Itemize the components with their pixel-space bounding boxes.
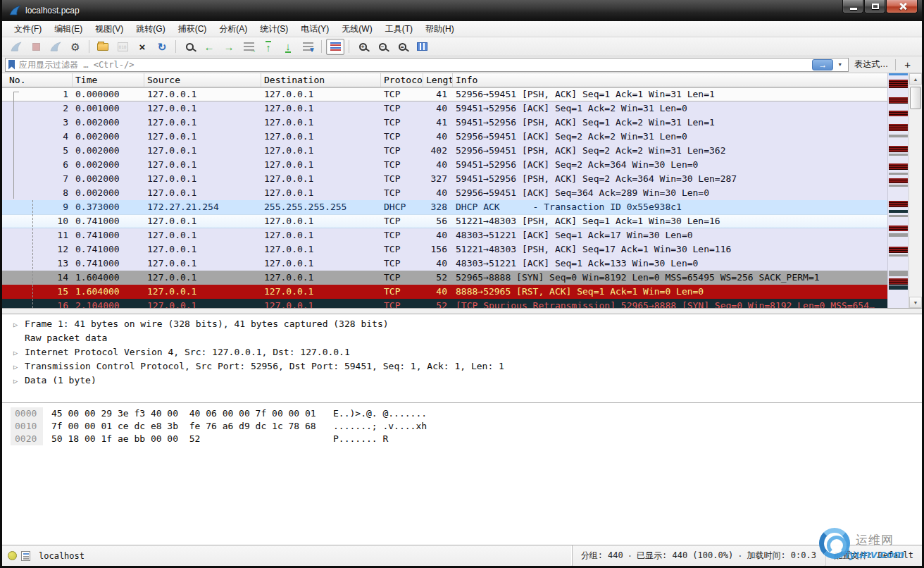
packet-row[interactable]: 120.741000127.0.0.1127.0.0.1TCP15651221→…: [2, 242, 922, 257]
expression-button[interactable]: 表达式…: [849, 58, 894, 70]
expander-icon[interactable]: ▷: [13, 346, 25, 360]
capture-comment-icon[interactable]: [21, 551, 30, 561]
stop-square-icon: [32, 43, 40, 51]
column-header-destination[interactable]: Destination: [261, 73, 381, 87]
auto-scroll-button[interactable]: ▼: [299, 39, 317, 55]
packet-row[interactable]: 60.002000127.0.0.1127.0.0.1TCP4059451→52…: [2, 158, 922, 172]
go-first-button[interactable]: ↑: [259, 39, 277, 55]
apply-filter-button[interactable]: →: [812, 59, 833, 70]
detail-line[interactable]: ▷Internet Protocol Version 4, Src: 127.0…: [2, 345, 922, 359]
column-header-source[interactable]: Source: [144, 73, 261, 87]
detail-line[interactable]: ▷Transmission Control Protocol, Src Port…: [2, 359, 922, 373]
minimap-stripe: [889, 135, 908, 137]
title-bar[interactable]: localhost.pcap: [2, 0, 922, 21]
menu-item-3[interactable]: 跳转(G): [130, 22, 171, 37]
packet-row[interactable]: 130.741000127.0.0.1127.0.0.1TCP4048303→5…: [2, 257, 922, 271]
packet-row[interactable]: 10.000000127.0.0.1127.0.0.1TCP4152956→59…: [2, 87, 922, 101]
display-filter-input[interactable]: [19, 60, 812, 70]
profile-label[interactable]: 配置文件: Default: [831, 550, 916, 562]
hex-bytes[interactable]: 45 00 00 29 3e f3 40 00 40 06 00 00 7f 0…: [51, 407, 333, 420]
packet-row[interactable]: 162.104000127.0.0.1127.0.0.1TCP52[TCP Sp…: [2, 299, 922, 308]
scroll-down-icon[interactable]: ▼: [909, 297, 922, 308]
go-forward-button[interactable]: →: [220, 39, 238, 55]
menu-item-1[interactable]: 编辑(E): [48, 22, 89, 37]
expert-info-icon[interactable]: [8, 551, 17, 560]
start-capture-button[interactable]: [7, 39, 25, 55]
column-header-protocol[interactable]: Protocol: [381, 73, 423, 87]
packet-row[interactable]: 70.002000127.0.0.1127.0.0.1TCP32759451→5…: [2, 172, 922, 186]
packet-row[interactable]: 40.002000127.0.0.1127.0.0.1TCP4052956→59…: [2, 130, 922, 144]
packet-row[interactable]: 141.604000127.0.0.1127.0.0.1TCP5252965→8…: [2, 271, 922, 285]
packet-list-header: No.TimeSourceDestinationProtocolLengthIn…: [2, 73, 922, 87]
go-back-button[interactable]: ←: [200, 39, 218, 55]
hex-bytes[interactable]: 50 18 00 1f ae bb 00 00 52: [51, 433, 333, 445]
find-packet-button[interactable]: [180, 39, 199, 55]
filter-bookmark-icon[interactable]: [8, 60, 15, 70]
detail-text: Raw packet data: [25, 333, 107, 343]
packet-row[interactable]: 90.373000172.27.21.254255.255.255.255DHC…: [2, 200, 922, 214]
close-file-button[interactable]: ×: [133, 39, 151, 55]
cell-proto: TCP: [381, 144, 423, 158]
capture-options-button[interactable]: ⚙: [66, 39, 85, 55]
menu-item-0[interactable]: 文件(F): [8, 22, 48, 37]
goto-arrow-icon: →: [249, 47, 256, 54]
hex-line[interactable]: 00107f 00 00 01 ce dc e8 3b fe 76 a6 d9 …: [2, 420, 922, 433]
menu-item-9[interactable]: 工具(T): [379, 22, 419, 37]
packet-row[interactable]: 80.002000127.0.0.1127.0.0.1TCP4052956→59…: [2, 186, 922, 200]
filter-dropdown-caret-icon[interactable]: ▼: [833, 62, 847, 67]
go-last-button[interactable]: ↓: [279, 39, 297, 55]
add-filter-button[interactable]: +: [897, 58, 918, 70]
colorize-button[interactable]: [326, 39, 344, 55]
packet-row[interactable]: 100.741000127.0.0.1127.0.0.1TCP5651221→4…: [2, 214, 922, 228]
column-header-info[interactable]: Info: [453, 73, 922, 87]
profile-section[interactable]: 配置文件: Default: [825, 545, 922, 566]
menu-item-10[interactable]: 帮助(H): [419, 22, 461, 37]
hex-line[interactable]: 002050 18 00 1f ae bb 00 00 52P....... R: [2, 433, 922, 445]
menu-item-6[interactable]: 统计(S): [254, 22, 294, 37]
zoom-in-button[interactable]: +: [354, 39, 372, 55]
close-button[interactable]: [886, 0, 918, 13]
zoom-reset-button[interactable]: =: [393, 39, 411, 55]
detail-line[interactable]: ▷Frame 1: 41 bytes on wire (328 bits), 4…: [2, 317, 922, 331]
column-header-no[interactable]: No.: [2, 73, 73, 87]
menu-item-5[interactable]: 分析(A): [213, 22, 254, 37]
menu-item-4[interactable]: 捕获(C): [172, 22, 213, 37]
scrollbar-thumb[interactable]: [910, 87, 921, 109]
packet-row[interactable]: 20.001000127.0.0.1127.0.0.1TCP4059451→52…: [2, 101, 922, 116]
expander-icon[interactable]: ▷: [13, 360, 25, 374]
packet-row[interactable]: 50.002000127.0.0.1127.0.0.1TCP40252956→5…: [2, 144, 922, 158]
hex-line[interactable]: 000045 00 00 29 3e f3 40 00 40 06 00 00 …: [2, 407, 922, 420]
hex-ascii[interactable]: .......; .v....xh: [333, 421, 427, 431]
packet-list-scrollbar[interactable]: ▲ ▼: [909, 73, 922, 308]
menu-item-2[interactable]: 视图(V): [89, 22, 130, 37]
packet-row[interactable]: 151.604000127.0.0.1127.0.0.1TCP408888→52…: [2, 285, 922, 299]
packet-row[interactable]: 30.002000127.0.0.1127.0.0.1TCP4159451→52…: [2, 116, 922, 130]
hex-bytes[interactable]: 7f 00 00 01 ce dc e8 3b fe 76 a6 d9 dc 1…: [51, 420, 333, 433]
hex-ascii[interactable]: P....... R: [333, 433, 388, 444]
zoom-out-button[interactable]: −: [373, 39, 392, 55]
reload-file-button[interactable]: ↻: [153, 39, 171, 55]
display-filter-box[interactable]: → ▼: [5, 58, 849, 72]
save-file-button[interactable]: 010: [113, 39, 132, 55]
column-header-time[interactable]: Time: [73, 73, 144, 87]
detail-line[interactable]: ▷Data (1 byte): [2, 373, 922, 388]
pane-splitter[interactable]: [2, 308, 922, 314]
expander-icon[interactable]: ▷: [13, 374, 25, 388]
scroll-up-icon[interactable]: ▲: [909, 73, 922, 85]
restart-capture-button[interactable]: [46, 39, 65, 55]
open-file-button[interactable]: [94, 39, 112, 55]
detail-line[interactable]: Raw packet data: [2, 331, 922, 345]
cell-src: 172.27.21.254: [144, 200, 261, 214]
packet-row[interactable]: 110.741000127.0.0.1127.0.0.1TCP4048303→5…: [2, 228, 922, 242]
minimize-button[interactable]: [842, 0, 863, 13]
menu-item-8[interactable]: 无线(W): [335, 22, 378, 37]
expander-icon[interactable]: ▷: [13, 318, 25, 332]
column-header-length[interactable]: Length: [423, 73, 453, 87]
stop-capture-button[interactable]: [27, 39, 45, 55]
intelligent-scrollbar-minimap[interactable]: [887, 73, 909, 308]
go-to-packet-button[interactable]: →: [239, 39, 258, 55]
resize-columns-button[interactable]: [413, 39, 431, 55]
menu-item-7[interactable]: 电话(Y): [294, 22, 335, 37]
hex-ascii[interactable]: E..)>.@. @.......: [333, 408, 427, 419]
restore-button[interactable]: [864, 0, 885, 13]
